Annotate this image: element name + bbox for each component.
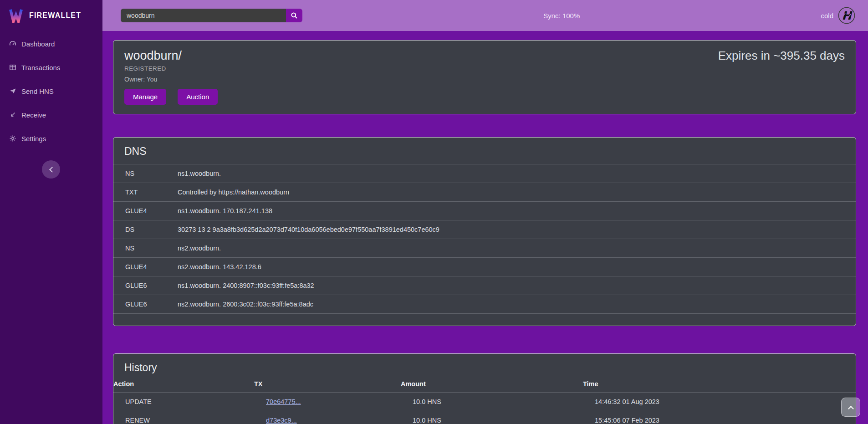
dns-record-type: NS [113,245,178,252]
tx-link[interactable]: d73e3c9... [266,417,297,424]
dns-record-type: DS [113,226,178,233]
table-icon [9,64,16,71]
dns-card: DNS NS ns1.woodburn. TXT Controlled by h… [113,137,856,326]
dns-record-value: ns2.woodburn. 143.42.128.6 [178,263,856,271]
dns-record-type: GLUE6 [113,301,178,308]
sidebar-item-label: Settings [21,135,46,143]
brand[interactable]: FIREWALLET [0,0,102,31]
dns-record-row: DS 30273 13 2 9a3a8fb3d625d2a2073d740f10… [113,220,856,239]
history-col-action: Action [113,380,254,388]
domain-actions: Manage Auction [124,89,845,105]
main-content: woodburn/ Expires in ~395.35 days REGIST… [102,31,868,424]
search-button[interactable] [286,9,302,22]
domain-name-title: woodburn/ [124,48,182,63]
dns-record-type: GLUE6 [113,282,178,289]
dns-card-title: DNS [113,145,856,158]
history-time: 14:46:32 01 Aug 2023 [595,393,856,411]
history-row: RENEW d73e3c9... 10.0 HNS 15:45:06 07 Fe… [113,411,856,424]
dns-record-type: NS [113,170,178,177]
topbar: Sync: 100% cold H [102,0,868,31]
domain-expiry-text: Expires in ~395.35 days [718,48,845,63]
dns-record-value: ns2.woodburn. 2600:3c02::f03c:93ff:fe5a:… [178,301,856,308]
dns-record-row: GLUE6 ns2.woodburn. 2600:3c02::f03c:93ff… [113,295,856,314]
dns-record-value: ns1.woodburn. [178,170,856,177]
hns-logo-icon: H [838,7,855,24]
sidebar-collapse-button[interactable] [42,160,60,179]
dns-record-row: NS ns2.woodburn. [113,239,856,257]
sidebar: FIREWALLET Dashboard Transactions Send H… [0,0,102,424]
history-amount: 10.0 HNS [413,393,595,411]
history-col-tx: TX [254,380,401,388]
receive-arrow-icon [9,111,16,118]
dns-record-row: GLUE4 ns1.woodburn. 170.187.241.138 [113,201,856,220]
dns-record-value: ns1.woodburn. 170.187.241.138 [178,207,856,215]
sync-status: Sync: 100% [543,12,580,20]
dns-record-row: GLUE6 ns1.woodburn. 2400:8907::f03c:93ff… [113,276,856,295]
history-action: UPDATE [125,393,266,411]
chevron-left-icon [49,167,55,173]
search-bar [121,9,302,22]
dns-record-type: GLUE4 [113,207,178,215]
dns-record-value: 30273 13 2 9a3a8fb3d625d2a2073d740f10da6… [178,226,856,233]
manage-button[interactable]: Manage [124,89,166,105]
sidebar-item-label: Send HNS [21,87,54,95]
send-icon [9,87,16,95]
sidebar-item-label: Dashboard [21,40,55,48]
history-row: UPDATE 70e64775... 10.0 HNS 14:46:32 01 … [113,392,856,411]
domain-card: woodburn/ Expires in ~395.35 days REGIST… [113,40,856,114]
sidebar-item-transactions[interactable]: Transactions [0,56,102,79]
gear-icon [9,135,16,142]
dns-record-value: ns2.woodburn. [178,245,856,252]
scroll-to-top-button[interactable] [841,398,860,417]
gauge-icon [9,40,16,47]
dns-record-type: GLUE4 [113,263,178,271]
dns-record-value: Controlled by https://nathan.woodburn [178,189,856,196]
sidebar-item-label: Transactions [21,64,60,72]
sidebar-item-send-hns[interactable]: Send HNS [0,79,102,103]
dns-records-table: NS ns1.woodburn. TXT Controlled by https… [113,164,856,314]
chevron-up-icon [848,406,854,412]
history-amount: 10.0 HNS [413,411,595,424]
domain-owner-text: Owner: You [124,76,845,83]
sidebar-item-label: Receive [21,111,46,119]
sidebar-item-dashboard[interactable]: Dashboard [0,32,102,56]
wallet-selector[interactable]: cold H [821,7,855,24]
dns-record-type: TXT [113,189,178,196]
firewallet-logo-icon [8,8,24,23]
history-card-title: History [113,361,856,374]
dns-record-row: GLUE4 ns2.woodburn. 143.42.128.6 [113,257,856,276]
history-col-amount: Amount [401,380,583,388]
main-column: Sync: 100% cold H woodburn/ Expires in ~… [102,0,868,424]
tx-link[interactable]: 70e64775... [266,398,301,405]
search-icon [291,12,298,19]
sidebar-nav: Dashboard Transactions Send HNS Receive … [0,31,102,150]
history-col-time: Time [583,380,856,388]
auction-button[interactable]: Auction [178,89,218,105]
sidebar-item-receive[interactable]: Receive [0,103,102,127]
wallet-name: cold [821,12,833,20]
sidebar-item-settings[interactable]: Settings [0,127,102,150]
search-input[interactable] [121,9,286,22]
domain-status-badge: REGISTERED [124,65,845,72]
brand-name: FIREWALLET [29,11,81,20]
history-time: 15:45:06 07 Feb 2023 [595,411,856,424]
history-table-header: Action TX Amount Time [113,374,856,392]
history-card: History Action TX Amount Time UPDATE 70e… [113,353,856,424]
history-action: RENEW [125,411,266,424]
dns-record-value: ns1.woodburn. 2400:8907::f03c:93ff:fe5a:… [178,282,856,289]
dns-record-row: NS ns1.woodburn. [113,164,856,183]
dns-record-row: TXT Controlled by https://nathan.woodbur… [113,183,856,201]
domain-card-header: woodburn/ Expires in ~395.35 days [124,48,845,63]
